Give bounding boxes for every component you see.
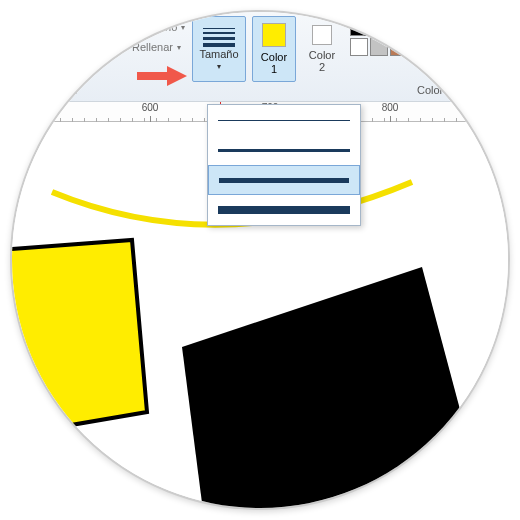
bucket-icon (114, 40, 128, 54)
colors-group-label: Colores (417, 84, 455, 96)
palette-swatch[interactable] (410, 18, 428, 36)
palette-swatch[interactable] (390, 18, 408, 36)
svg-marker-4 (137, 66, 187, 86)
shape-rounded-rect-icon[interactable] (32, 17, 50, 31)
size-dropdown (207, 104, 361, 226)
palette-swatch[interactable] (430, 38, 448, 56)
ruler-tick: 800 (380, 102, 400, 113)
shapes-group-label: Formas (40, 84, 77, 96)
color2-swatch (312, 25, 332, 45)
ruler-tick: 900 (482, 102, 502, 113)
size-option-3px[interactable] (208, 135, 360, 165)
size-button[interactable]: Tamaño ▾ (192, 16, 246, 82)
size-option-1px[interactable] (208, 105, 360, 135)
fill-option[interactable]: Rellenar ▾ (114, 40, 181, 54)
shape-star-icon[interactable] (54, 35, 72, 49)
shape-cloud-icon[interactable] (76, 17, 94, 31)
ribbon: Contorno ▾ Rellenar ▾ Tamaño ▾ Color1 Co… (12, 12, 508, 102)
chevron-down-icon: ▾ (181, 23, 185, 32)
ruler-tick: 600 (140, 102, 160, 113)
palette-swatch[interactable] (350, 38, 368, 56)
palette-swatch[interactable] (450, 18, 468, 36)
size-option-5px[interactable] (208, 165, 360, 195)
svg-rect-3 (115, 21, 127, 33)
shape-heart-icon[interactable] (76, 35, 94, 49)
svg-marker-1 (55, 18, 71, 29)
outline-icon (114, 20, 128, 34)
palette-swatch[interactable] (350, 18, 368, 36)
app-window: Contorno ▾ Rellenar ▾ Tamaño ▾ Color1 Co… (10, 10, 510, 510)
size-lines-icon (203, 28, 235, 47)
palette-swatch[interactable] (450, 38, 468, 56)
attention-arrow-icon (137, 64, 187, 88)
color1-button[interactable]: Color1 (252, 16, 296, 82)
shape-polygon-icon[interactable] (54, 17, 72, 31)
shape-arrow-right-icon[interactable] (32, 35, 50, 49)
svg-marker-2 (56, 36, 70, 48)
shapes-gallery[interactable] (32, 17, 94, 49)
black-polygon (182, 267, 482, 510)
palette-swatch[interactable] (390, 38, 408, 56)
color2-label: Color2 (309, 49, 335, 73)
color2-button[interactable]: Color2 (302, 16, 342, 82)
fill-label: Rellenar (132, 41, 173, 53)
color1-label: Color1 (261, 51, 287, 75)
palette-swatch[interactable] (370, 18, 388, 36)
outline-option[interactable]: Contorno ▾ (114, 20, 185, 34)
yellow-polygon (12, 240, 147, 442)
size-label: Tamaño (199, 49, 238, 60)
chevron-down-icon: ▾ (217, 62, 221, 71)
ruler-tick: 500 (20, 102, 40, 113)
outline-label: Contorno (132, 21, 177, 33)
chevron-down-icon: ▾ (177, 43, 181, 52)
size-option-8px[interactable] (208, 195, 360, 225)
palette-swatch[interactable] (430, 18, 448, 36)
palette-swatch[interactable] (370, 38, 388, 56)
svg-rect-0 (33, 18, 49, 29)
color-palette[interactable] (350, 18, 468, 56)
color1-swatch (262, 23, 286, 47)
palette-swatch[interactable] (410, 38, 428, 56)
